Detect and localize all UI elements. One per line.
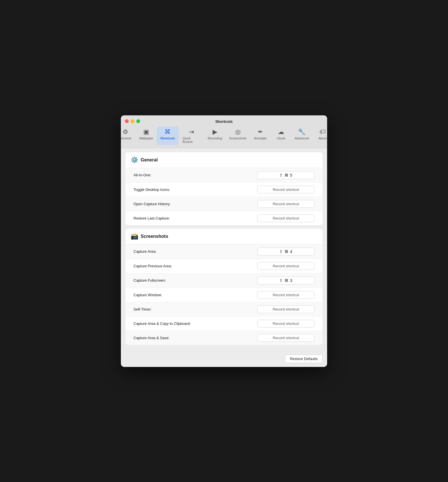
shortcut-row: Capture Window:Record shortcut xyxy=(125,288,323,302)
toolbar-label-wallpaper: Wallpaper xyxy=(139,137,153,140)
about-icon: 🏷 xyxy=(319,128,326,136)
quick-access-icon: ⇥ xyxy=(189,128,194,136)
row-label: Capture Fullscreen: xyxy=(133,278,166,283)
row-label: Open Capture History: xyxy=(133,202,170,206)
window-title: Shortcuts xyxy=(215,119,233,124)
shortcut-row: Capture Area & Save:Record shortcut xyxy=(125,331,323,345)
section-title-general: General xyxy=(141,157,158,163)
shortcut-row: All-In-One:⇧ ⌘ 5 xyxy=(125,168,323,183)
toolbar-item-wallpaper[interactable]: ▣Wallpaper xyxy=(136,127,157,145)
general-icon: ⚙ xyxy=(123,128,128,136)
toolbar-item-advanced[interactable]: 🔧Advanced xyxy=(291,127,313,145)
shortcut-row: Capture Previous Area:Record shortcut xyxy=(125,259,323,273)
row-label: Capture Area & Copy to Clipboard: xyxy=(133,321,191,326)
toolbar-label-advanced: Advanced xyxy=(295,137,309,140)
screenshots-section-icon: 📸 xyxy=(131,233,138,240)
row-label: Capture Area: xyxy=(133,249,156,254)
row-label: Capture Previous Area: xyxy=(133,264,172,268)
row-label: All-In-One: xyxy=(133,173,151,177)
toolbar-label-general: General xyxy=(121,137,131,140)
shortcut-row: Restore Last Capture:Record shortcut xyxy=(125,211,323,225)
toolbar-item-annotate[interactable]: ✒Annotate xyxy=(250,127,271,145)
toolbar-item-recording[interactable]: ▶Recording xyxy=(204,127,226,145)
advanced-icon: 🔧 xyxy=(298,128,306,136)
record-shortcut-button[interactable]: ⇧ ⌘ 3 xyxy=(257,276,315,285)
section-general: ⚙️GeneralAll-In-One:⇧ ⌘ 5Toggle Desktop … xyxy=(125,152,323,225)
record-shortcut-button[interactable]: Record shortcut xyxy=(257,305,315,313)
section-title-screenshots: Screenshots xyxy=(141,234,168,239)
record-shortcut-button[interactable]: Record shortcut xyxy=(257,334,315,342)
record-shortcut-button[interactable]: Record shortcut xyxy=(257,200,315,208)
shortcut-row: Self-Timer:Record shortcut xyxy=(125,302,323,317)
minimize-button[interactable] xyxy=(131,119,134,123)
recording-icon: ▶ xyxy=(213,128,217,136)
shortcut-row: Open Capture History:Record shortcut xyxy=(125,197,323,211)
titlebar: Shortcuts ⚙General▣Wallpaper⌘Shortcuts⇥Q… xyxy=(121,115,327,148)
record-shortcut-button[interactable]: Record shortcut xyxy=(257,320,315,327)
toolbar-item-cloud[interactable]: ☁Cloud xyxy=(271,127,291,145)
traffic-lights xyxy=(125,119,140,123)
shortcuts-icon: ⌘ xyxy=(164,128,171,136)
restore-defaults-button[interactable]: Restore Defaults xyxy=(285,355,323,363)
screenshots-icon: ◎ xyxy=(235,128,241,136)
row-label: Capture Area & Save: xyxy=(133,336,170,340)
shortcut-row: Capture Area & Copy to Clipboard:Record … xyxy=(125,317,323,331)
section-header-screenshots: 📸Screenshots xyxy=(125,229,323,244)
record-shortcut-button[interactable]: Record shortcut xyxy=(257,291,315,299)
toolbar-label-quick-access: Quick Access xyxy=(182,137,200,143)
toolbar-label-recording: Recording xyxy=(208,137,222,140)
main-window: Shortcuts ⚙General▣Wallpaper⌘Shortcuts⇥Q… xyxy=(121,115,327,367)
toolbar-label-shortcuts: Shortcuts xyxy=(160,137,175,140)
toolbar-label-screenshots: Screenshots xyxy=(229,137,247,140)
section-header-general: ⚙️General xyxy=(125,152,323,168)
toolbar-label-cloud: Cloud xyxy=(277,137,285,140)
content-area: ⚙️GeneralAll-In-One:⇧ ⌘ 5Toggle Desktop … xyxy=(121,148,327,352)
shortcut-row: Capture Fullscreen:⇧ ⌘ 3 xyxy=(125,273,323,288)
toolbar-item-screenshots[interactable]: ◎Screenshots xyxy=(226,127,250,145)
row-label: Toggle Desktop Icons: xyxy=(133,187,170,192)
annotate-icon: ✒ xyxy=(258,128,263,136)
record-shortcut-button[interactable]: Record shortcut xyxy=(257,186,315,193)
record-shortcut-button[interactable]: Record shortcut xyxy=(257,214,315,222)
row-label: Capture Window: xyxy=(133,293,162,297)
toolbar-item-shortcuts[interactable]: ⌘Shortcuts xyxy=(157,127,178,145)
wallpaper-icon: ▣ xyxy=(143,128,149,136)
toolbar-item-about[interactable]: 🏷About xyxy=(312,127,327,145)
toolbar-label-annotate: Annotate xyxy=(254,137,267,140)
shortcut-row: Capture Area:⇧ ⌘ 4 xyxy=(125,244,323,259)
record-shortcut-button[interactable]: ⇧ ⌘ 5 xyxy=(257,171,315,179)
footer: Restore Defaults xyxy=(121,352,327,367)
toolbar-item-general[interactable]: ⚙General xyxy=(121,127,136,145)
shortcut-row: Toggle Desktop Icons:Record shortcut xyxy=(125,183,323,197)
close-button[interactable] xyxy=(125,119,129,123)
row-label: Restore Last Capture: xyxy=(133,216,170,220)
maximize-button[interactable] xyxy=(136,119,140,123)
toolbar-label-about: About xyxy=(319,137,327,140)
record-shortcut-button[interactable]: Record shortcut xyxy=(257,262,315,270)
toolbar: ⚙General▣Wallpaper⌘Shortcuts⇥Quick Acces… xyxy=(121,127,327,145)
section-screenshots: 📸ScreenshotsCapture Area:⇧ ⌘ 4Capture Pr… xyxy=(125,229,323,345)
toolbar-item-quick-access[interactable]: ⇥Quick Access xyxy=(178,127,204,145)
cloud-icon: ☁ xyxy=(278,128,284,136)
record-shortcut-button[interactable]: ⇧ ⌘ 4 xyxy=(257,248,315,256)
row-label: Self-Timer: xyxy=(133,307,152,311)
general-section-icon: ⚙️ xyxy=(131,156,138,164)
